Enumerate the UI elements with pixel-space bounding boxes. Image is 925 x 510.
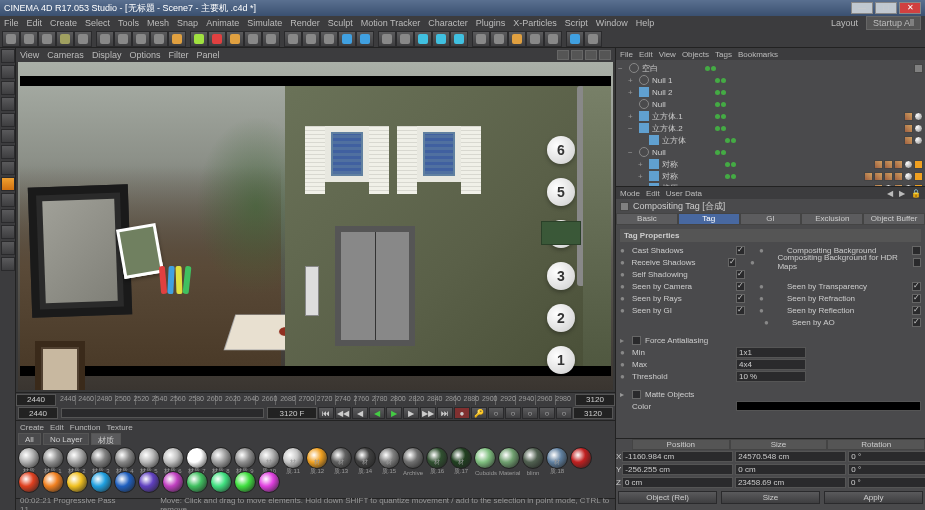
toolbar-button-20[interactable] bbox=[378, 31, 396, 47]
key-pla-button[interactable]: ○ bbox=[556, 407, 572, 419]
menu-motion tracker[interactable]: Motion Tracker bbox=[361, 18, 421, 28]
maximize-button[interactable]: □ bbox=[875, 2, 897, 14]
attr-menu-user-data[interactable]: User Data bbox=[666, 189, 702, 198]
obj-menu-bookmarks[interactable]: Bookmarks bbox=[738, 50, 778, 59]
phong-tag-icon[interactable] bbox=[914, 112, 923, 121]
checkbox[interactable] bbox=[736, 294, 745, 303]
toolbar-button-7[interactable] bbox=[132, 31, 150, 47]
toolbar-button-1[interactable] bbox=[20, 31, 38, 47]
menu-mesh[interactable]: Mesh bbox=[147, 18, 169, 28]
minimize-button[interactable]: — bbox=[851, 2, 873, 14]
menu-animate[interactable]: Animate bbox=[206, 18, 239, 28]
left-tool-2[interactable] bbox=[1, 81, 15, 95]
vp-pan-icon[interactable] bbox=[557, 50, 569, 60]
material-swatch[interactable]: 材质.5 bbox=[138, 447, 160, 469]
mat-menu-function[interactable]: Function bbox=[70, 423, 101, 432]
toolbar-button-2[interactable] bbox=[38, 31, 56, 47]
object-name[interactable]: 立方体.1 bbox=[652, 111, 712, 122]
object-name[interactable]: 空白 bbox=[642, 63, 702, 74]
attr-value-input[interactable] bbox=[736, 347, 806, 358]
vp-zoom-icon[interactable] bbox=[571, 50, 583, 60]
material-swatch[interactable]: 材质.7 bbox=[186, 447, 208, 469]
layout-dropdown[interactable]: Startup All bbox=[866, 16, 921, 30]
tex-tag-icon[interactable] bbox=[904, 136, 913, 145]
vp-menu-filter[interactable]: Filter bbox=[168, 50, 188, 60]
material-swatch[interactable]: 材质.4 bbox=[114, 447, 136, 469]
mat-menu-texture[interactable]: Texture bbox=[107, 423, 133, 432]
material-swatch[interactable]: 材质.11 bbox=[282, 447, 304, 469]
left-tool-9[interactable] bbox=[1, 193, 15, 207]
rotation-input[interactable] bbox=[848, 464, 925, 475]
material-swatch[interactable]: 材质.1 bbox=[42, 447, 64, 469]
tex-tag-icon[interactable] bbox=[874, 160, 883, 169]
warn-tag-icon[interactable] bbox=[914, 160, 923, 169]
left-tool-10[interactable] bbox=[1, 209, 15, 223]
rotation-input[interactable] bbox=[848, 451, 925, 462]
menu-file[interactable]: File bbox=[4, 18, 19, 28]
material-swatch[interactable] bbox=[138, 471, 160, 493]
expand-icon[interactable]: − bbox=[628, 124, 636, 133]
checkbox[interactable] bbox=[736, 306, 745, 315]
attr-value-input[interactable] bbox=[736, 359, 806, 370]
object-row[interactable]: +立方体.1 bbox=[618, 110, 923, 122]
comp-tag-icon[interactable] bbox=[914, 64, 923, 73]
object-name[interactable]: Null bbox=[652, 148, 712, 157]
toolbar-button-23[interactable] bbox=[432, 31, 450, 47]
timeline-track[interactable]: 2440246024802500252025402560258026002620… bbox=[56, 395, 575, 405]
warn-tag-icon[interactable] bbox=[914, 172, 923, 181]
toolbar-button-3[interactable] bbox=[56, 31, 74, 47]
vp-rotate-icon[interactable] bbox=[585, 50, 597, 60]
expand-icon[interactable]: + bbox=[628, 88, 636, 97]
object-name[interactable]: Null bbox=[652, 100, 712, 109]
material-swatch[interactable] bbox=[90, 471, 112, 493]
object-row[interactable]: −立方体.2 bbox=[618, 122, 923, 134]
coord-apply-button[interactable]: Apply bbox=[824, 491, 923, 504]
phong-tag-icon[interactable] bbox=[904, 160, 913, 169]
attr-tab-object-buffer[interactable]: Object Buffer bbox=[863, 213, 925, 225]
checkbox[interactable] bbox=[912, 246, 921, 255]
expand-icon[interactable]: + bbox=[628, 112, 636, 121]
frame-current-input[interactable] bbox=[18, 407, 58, 419]
toolbar-button-10[interactable] bbox=[190, 31, 208, 47]
next-frame-button[interactable]: ▶ bbox=[403, 407, 419, 419]
left-tool-1[interactable] bbox=[1, 65, 15, 79]
tex-tag-icon[interactable] bbox=[904, 112, 913, 121]
attr-value-input[interactable] bbox=[736, 371, 806, 382]
toolbar-button-29[interactable] bbox=[544, 31, 562, 47]
material-swatch[interactable] bbox=[186, 471, 208, 493]
attr-tab-gi[interactable]: GI bbox=[740, 213, 802, 225]
checkbox[interactable] bbox=[736, 282, 745, 291]
expand-icon[interactable]: − bbox=[628, 148, 636, 157]
close-button[interactable]: ✕ bbox=[899, 2, 921, 14]
material-swatch[interactable]: 材质.13 bbox=[330, 447, 352, 469]
material-swatch[interactable] bbox=[210, 471, 232, 493]
left-tool-3[interactable] bbox=[1, 97, 15, 111]
object-name[interactable]: 立方体 bbox=[662, 135, 722, 146]
goto-end-button[interactable]: ⏭ bbox=[437, 407, 453, 419]
toolbar-button-16[interactable] bbox=[302, 31, 320, 47]
material-swatch[interactable]: 材质 bbox=[18, 447, 40, 469]
rotation-input[interactable] bbox=[848, 477, 925, 488]
checkbox[interactable] bbox=[912, 306, 921, 315]
checkbox[interactable] bbox=[912, 318, 921, 327]
toolbar-button-8[interactable] bbox=[150, 31, 168, 47]
material-swatch[interactable]: 材质.2 bbox=[66, 447, 88, 469]
material-swatch[interactable] bbox=[18, 471, 40, 493]
toolbar-button-19[interactable] bbox=[356, 31, 374, 47]
toolbar-button-13[interactable] bbox=[244, 31, 262, 47]
attr-prev-icon[interactable]: ◀ bbox=[887, 189, 893, 198]
material-swatch[interactable]: Archive bbox=[402, 447, 424, 469]
size-input[interactable] bbox=[735, 464, 846, 475]
vp-menu-panel[interactable]: Panel bbox=[196, 50, 219, 60]
toolbar-button-11[interactable] bbox=[208, 31, 226, 47]
material-swatch[interactable] bbox=[66, 471, 88, 493]
toolbar-button-5[interactable] bbox=[96, 31, 114, 47]
material-swatch[interactable] bbox=[114, 471, 136, 493]
coord-mode-dropdown[interactable]: Object (Rel) bbox=[618, 491, 717, 504]
checkbox[interactable] bbox=[736, 246, 745, 255]
attr-tab-exclusion[interactable]: Exclusion bbox=[801, 213, 863, 225]
mat-menu-edit[interactable]: Edit bbox=[50, 423, 64, 432]
play-backward-button[interactable]: ◀ bbox=[369, 407, 385, 419]
menu-create[interactable]: Create bbox=[50, 18, 77, 28]
record-button[interactable]: ● bbox=[454, 407, 470, 419]
